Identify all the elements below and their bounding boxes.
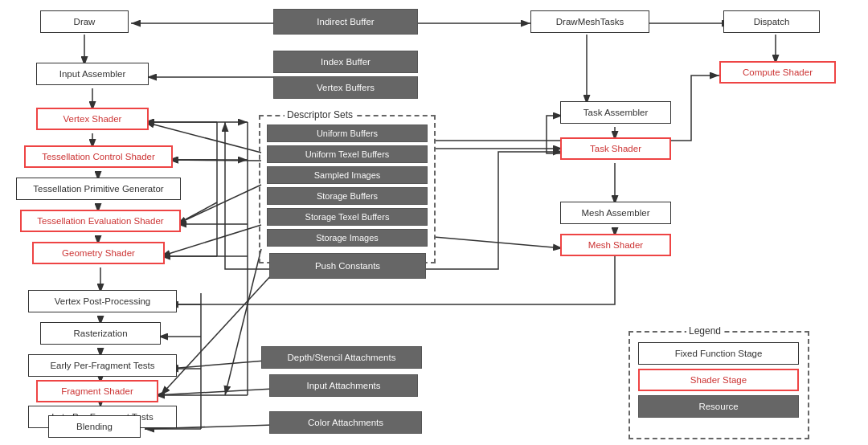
tess-prim-gen-label: Tessellation Primitive Generator (33, 184, 163, 194)
input-attachments-label: Input Attachments (306, 381, 380, 390)
index-buffer-label: Index Buffer (321, 57, 371, 67)
svg-line-29 (434, 237, 563, 248)
indirect-buffer-box: Indirect Buffer (273, 9, 418, 35)
mesh-shader-label: Mesh Shader (588, 240, 643, 250)
svg-line-33 (155, 389, 273, 395)
legend-shader-label: Shader Stage (690, 375, 747, 385)
early-frag-box: Early Per-Fragment Tests (28, 354, 177, 377)
vertex-buffers-box: Vertex Buffers (273, 76, 418, 99)
legend-container: Legend Fixed Function Stage Shader Stage… (628, 331, 809, 439)
depth-stencil-box: Depth/Stencil Attachments (261, 346, 422, 369)
storage-images-box: Storage Images (267, 229, 428, 247)
vertex-buffers-label: Vertex Buffers (317, 83, 375, 92)
vertex-shader-box: Vertex Shader (36, 108, 149, 130)
mesh-shader-box: Mesh Shader (560, 234, 671, 256)
uniform-buffers-box: Uniform Buffers (267, 125, 428, 142)
task-assembler-box: Task Assembler (560, 101, 671, 124)
mesh-assembler-box: Mesh Assembler (560, 202, 671, 224)
descriptor-sets-container: Descriptor Sets Uniform Buffers Uniform … (259, 115, 436, 263)
geometry-shader-box: Geometry Shader (32, 242, 165, 264)
svg-line-25 (169, 160, 261, 161)
vertex-shader-label: Vertex Shader (63, 114, 122, 124)
legend-fixed-label: Fixed Function Stage (675, 349, 763, 358)
mesh-assembler-label: Mesh Assembler (581, 208, 649, 218)
legend-resource-label: Resource (698, 402, 738, 411)
tess-control-shader-label: Tessellation Control Shader (42, 152, 155, 161)
depth-stencil-label: Depth/Stencil Attachments (288, 353, 396, 362)
compute-shader-box: Compute Shader (719, 61, 836, 84)
descriptor-sets-label: Descriptor Sets (285, 109, 355, 120)
svg-line-26 (177, 185, 261, 224)
sampled-images-box: Sampled Images (267, 166, 428, 184)
tess-eval-shader-box: Tessellation Evaluation Shader (20, 210, 181, 232)
tess-prim-gen-box: Tessellation Primitive Generator (16, 178, 181, 200)
task-assembler-label: Task Assembler (583, 108, 649, 117)
legend-shader-box: Shader Stage (638, 369, 799, 391)
vertex-postproc-label: Vertex Post-Processing (55, 296, 151, 306)
indirect-buffer-label: Indirect Buffer (317, 17, 374, 27)
input-assembler-label: Input Assembler (59, 69, 125, 79)
rasterization-label: Rasterization (73, 329, 127, 338)
legend-fixed-box: Fixed Function Stage (638, 342, 799, 365)
tess-control-shader-box: Tessellation Control Shader (24, 145, 173, 168)
vertex-postproc-box: Vertex Post-Processing (28, 290, 177, 312)
task-shader-label: Task Shader (590, 144, 641, 153)
storage-texel-buffers-box: Storage Texel Buffers (267, 208, 428, 226)
svg-line-32 (169, 361, 265, 369)
legend-resource-box: Resource (638, 395, 799, 418)
blending-label: Blending (76, 422, 113, 431)
svg-line-30 (225, 249, 261, 395)
draw-box: Draw (40, 10, 129, 33)
fragment-shader-label: Fragment Shader (61, 386, 133, 396)
draw-label: Draw (74, 17, 96, 27)
legend-label: Legend (686, 325, 723, 337)
index-buffer-box: Index Buffer (273, 51, 418, 73)
diagram: Draw Indirect Buffer DrawMeshTasks Dispa… (0, 0, 868, 445)
input-attachments-box: Input Attachments (269, 374, 418, 397)
geometry-shader-label: Geometry Shader (62, 248, 135, 258)
push-constants-box: Push Constants (269, 253, 426, 279)
task-shader-box: Task Shader (560, 137, 671, 160)
storage-buffers-box: Storage Buffers (267, 187, 428, 205)
dispatch-box: Dispatch (723, 10, 820, 33)
compute-shader-label: Compute Shader (743, 67, 813, 77)
rasterization-box: Rasterization (40, 322, 161, 345)
svg-line-38 (177, 202, 217, 224)
early-frag-label: Early Per-Fragment Tests (50, 361, 154, 370)
color-attachments-box: Color Attachments (269, 411, 422, 434)
fragment-shader-box: Fragment Shader (36, 380, 158, 402)
svg-line-31 (161, 273, 273, 395)
draw-mesh-tasks-label: DrawMeshTasks (556, 17, 624, 27)
blending-box: Blending (48, 415, 141, 438)
dispatch-label: Dispatch (754, 17, 790, 27)
draw-mesh-tasks-box: DrawMeshTasks (530, 10, 649, 33)
tess-eval-shader-label: Tessellation Evaluation Shader (37, 216, 163, 226)
uniform-texel-buffers-box: Uniform Texel Buffers (267, 145, 428, 163)
color-attachments-label: Color Attachments (308, 418, 383, 427)
input-assembler-box: Input Assembler (36, 63, 149, 85)
push-constants-label: Push Constants (315, 261, 380, 271)
